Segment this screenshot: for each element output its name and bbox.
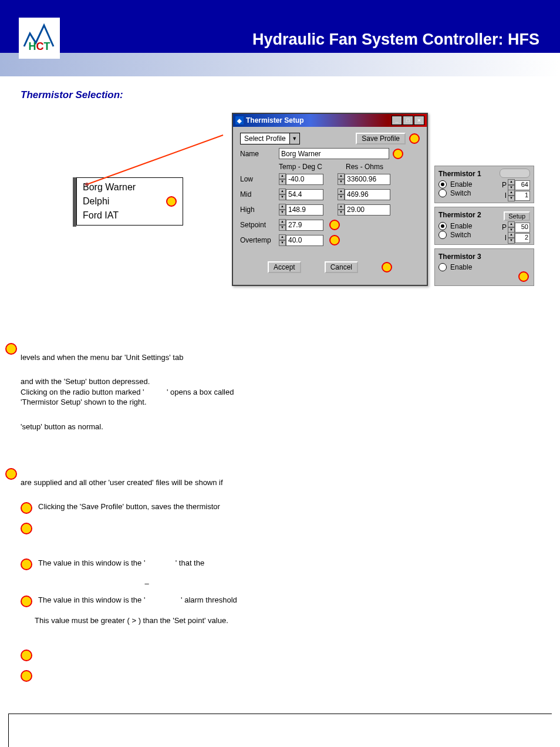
thermistor-1-panel: Thermistor 1 Enable P▲▼64 Switch I▲▼1	[434, 166, 534, 203]
enable-radio[interactable]: Enable	[438, 263, 530, 271]
callout-marker	[21, 502, 32, 514]
svg-point-2	[85, 183, 89, 186]
mid-res-input[interactable]	[345, 189, 390, 200]
slot	[500, 169, 530, 178]
mid-label: Mid	[240, 190, 275, 198]
high-res-input[interactable]	[345, 204, 390, 216]
callout-marker	[21, 650, 32, 661]
overtemp-input[interactable]	[286, 235, 323, 246]
paragraph: Clicking the 'Save Profile' button, save…	[21, 502, 273, 514]
high-temp-input[interactable]	[286, 204, 323, 216]
svg-line-1	[87, 135, 223, 184]
paragraph: The value in this window is the 'Over te…	[21, 595, 273, 607]
accept-button[interactable]: Accept	[268, 261, 301, 273]
callout-marker	[166, 196, 177, 207]
figure-area: Borg Warner Delphi Ford IAT ◆ Thermister…	[0, 113, 560, 324]
dash: –	[21, 578, 273, 589]
thermistor-3-panel: Thermistor 3 Enable	[434, 248, 534, 286]
cancel-button[interactable]: Cancel	[325, 261, 358, 273]
svg-text:HCT: HCT	[29, 41, 50, 52]
callout-marker	[21, 558, 32, 570]
paragraph: levels and when the menu bar 'Unit Setti…	[21, 342, 273, 362]
paragraph: 'setup' button as normal.	[21, 422, 273, 432]
high-label: High	[240, 206, 275, 214]
note-box: 'Reset to Datum Operation' purposes.	[8, 714, 552, 747]
close-button[interactable]: ×	[414, 116, 424, 125]
section-title: Thermistor Selection:	[21, 89, 560, 101]
callout-line	[82, 133, 229, 186]
page-title: Hydraulic Fan System Controller: HFS	[252, 31, 539, 49]
paragraph	[21, 669, 273, 682]
callout-marker	[382, 262, 392, 272]
dialog-titlebar: ◆ Thermister Setup _ □ ×	[233, 114, 427, 127]
callout-marker	[21, 523, 32, 534]
banner: HCT Hydraulic Fan System Controller: HFS	[0, 0, 560, 53]
callout-marker	[21, 595, 32, 607]
note-line: This value must be greater ( > ) than th…	[35, 615, 273, 626]
select-profile[interactable]: Select Profile ▼	[240, 133, 300, 144]
low-label: Low	[240, 175, 275, 183]
dialog-title-text: Thermister Setup	[246, 116, 304, 124]
save-profile-button[interactable]: Save Profile	[356, 133, 406, 144]
chevron-down-icon[interactable]: ▼	[289, 133, 299, 144]
profile-option[interactable]: Delphi	[83, 194, 109, 208]
name-input[interactable]	[279, 148, 389, 159]
callout-marker	[409, 133, 420, 144]
paragraph	[21, 522, 273, 534]
minimize-button[interactable]: _	[392, 116, 402, 125]
temp-header: Temp - Deg C	[279, 163, 322, 171]
logo: HCT	[19, 18, 60, 59]
overtemp-label: Overtemp	[240, 236, 275, 244]
sub-banner	[0, 53, 560, 76]
callout-marker	[393, 149, 403, 159]
callout-marker	[21, 670, 32, 682]
thermistor-panels: Thermistor 1 Enable P▲▼64 Switch I▲▼1 Th…	[434, 166, 534, 290]
low-temp-input[interactable]	[286, 174, 323, 185]
callout-marker	[329, 220, 340, 230]
app-icon: ◆	[235, 116, 244, 124]
callout-marker	[5, 343, 17, 355]
callout-marker	[518, 271, 529, 282]
low-res-input[interactable]	[345, 174, 390, 185]
thermistor-setup-dialog: ◆ Thermister Setup _ □ × Select Profile …	[232, 113, 428, 286]
paragraph: are supplied and all other 'user created…	[21, 467, 273, 487]
callout-marker	[329, 235, 340, 245]
name-label: Name	[240, 150, 275, 158]
paragraph: The value in this window is the 'Set poi…	[21, 558, 273, 570]
maximize-button[interactable]: □	[403, 116, 413, 125]
thermistor-2-panel: Thermistor 2 Setup Enable P▲▼50 Switch I…	[434, 207, 534, 245]
setpoint-label: Setpoint	[240, 221, 275, 229]
callout-marker	[5, 468, 17, 480]
profile-option[interactable]: Ford IAT	[83, 208, 119, 223]
paragraph: and with the 'Setup' button depressed. C…	[21, 376, 273, 408]
setpoint-input[interactable]	[286, 220, 323, 231]
mid-temp-input[interactable]	[286, 189, 323, 200]
body-text: levels and when the menu bar 'Unit Setti…	[21, 342, 539, 690]
paragraph	[21, 649, 273, 661]
res-header: Res - Ohms	[346, 163, 383, 171]
setup-button[interactable]: Setup	[504, 211, 530, 221]
